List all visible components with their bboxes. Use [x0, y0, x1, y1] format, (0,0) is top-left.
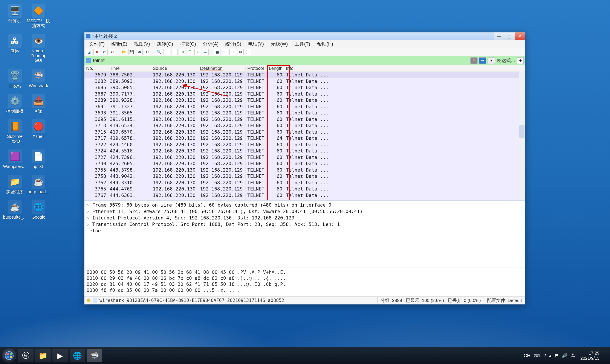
start-button[interactable] [2, 349, 16, 363]
desktop-icon[interactable]: 🖥️计算机 [3, 4, 27, 23]
volume-icon[interactable]: 🔊 [562, 353, 568, 358]
menu-item[interactable]: 编辑(E) [108, 40, 131, 48]
bookmark-icon[interactable] [86, 58, 91, 63]
hex-line[interactable]: 0020 dc 81 04 40 00 17 49 51 03 30 62 f1… [87, 281, 523, 287]
display-filter-input[interactable] [93, 58, 469, 64]
close-file-icon[interactable]: ✖ [136, 49, 143, 55]
menu-item[interactable]: 跳转(G) [153, 40, 177, 48]
minimize-button[interactable]: — [494, 32, 504, 40]
desktop-icon[interactable]: 🔶MSDEV - 快捷方式 [27, 4, 50, 28]
col-info[interactable]: Info [284, 66, 525, 71]
taskbar-chrome-icon[interactable]: 🌐 [70, 349, 85, 362]
menu-item[interactable]: 视图(V) [131, 40, 153, 48]
hex-line[interactable]: 0010 00 29 03 fe 40 00 80 06 bc 7b c0 a8… [87, 275, 523, 281]
packet-row[interactable]: 3713 419.6534… 192.168.220.130 192.168.2… [84, 122, 525, 129]
menu-item[interactable]: 帮助(H) [314, 40, 337, 48]
packet-row[interactable]: 3682 389.5093… 192.168.220.130 192.168.2… [84, 78, 525, 85]
detail-line[interactable]: Transmission Control Protocol, Src Port:… [87, 221, 523, 228]
action-center-icon[interactable]: ⚑ [554, 353, 559, 358]
taskbar-wireshark-icon[interactable]: 🦈 [87, 349, 102, 362]
col-source[interactable]: Source [151, 66, 198, 71]
packet-row[interactable]: 3722 424.4460… 192.168.220.130 192.168.2… [84, 142, 525, 148]
detail-line[interactable]: Telnet [87, 228, 523, 234]
menu-item[interactable]: 工具(T) [291, 40, 314, 48]
apply-filter-button[interactable]: ➔ [479, 57, 486, 64]
titlebar[interactable]: *本地连接 2 — ▢ ✕ [84, 32, 525, 40]
desktop-icon[interactable]: ☕burp-load... [27, 175, 50, 194]
packet-row[interactable]: 3762 444.3310… 192.168.220.130 192.168.2… [84, 180, 525, 186]
packet-row[interactable]: 3689 390.9328… 192.168.220.130 192.168.2… [84, 97, 525, 104]
stop-capture-icon[interactable]: ■ [93, 49, 100, 55]
go-first-icon[interactable]: ⤒ [187, 49, 193, 55]
packet-row[interactable]: 3767 444.6303… 192.168.220.130 192.168.2… [84, 192, 525, 199]
menu-item[interactable]: 电话(Y) [245, 40, 267, 48]
desktop-icon[interactable]: ☕burpsuite_... [3, 200, 27, 220]
menu-item[interactable]: 统计(S) [222, 40, 245, 48]
edit-icon[interactable] [93, 298, 97, 303]
menu-item[interactable]: 分析(A) [199, 40, 222, 48]
ime-indicator[interactable]: CH [524, 353, 530, 358]
zoom-in-icon[interactable]: ⊕ [222, 49, 228, 55]
packet-row[interactable]: 3691 391.1327… 192.168.220.130 192.168.2… [84, 104, 525, 110]
taskbar-ie-icon[interactable]: ⓔ [18, 349, 34, 362]
packet-row[interactable]: 3724 424.5516… 192.168.220.130 192.168.2… [84, 148, 525, 154]
packet-list-scrollbar[interactable] [519, 72, 525, 200]
packet-bytes-pane[interactable]: 0000 00 50 56 20 09 41 00 50 56 2b 68 41… [84, 268, 525, 296]
resize-columns-icon[interactable]: ⋮⋮ [245, 49, 252, 55]
go-to-packet-icon[interactable]: ⇥ [179, 49, 186, 55]
packet-row[interactable]: 3769 444.8021… 192.168.220.130 192.168.2… [84, 198, 525, 200]
col-protocol[interactable]: Protocol [246, 66, 267, 71]
menu-item[interactable]: 捕获(C) [177, 40, 199, 48]
colorize-icon[interactable]: ▦ [214, 49, 220, 55]
packet-row[interactable]: 3693 391.3505… 192.168.220.130 192.168.2… [84, 110, 525, 116]
save-file-icon[interactable]: 💾 [129, 49, 135, 55]
col-time[interactable]: Time [108, 66, 151, 71]
desktop-icon[interactable]: 📁实验程序 [3, 175, 27, 194]
auto-scroll-icon[interactable]: ⇊ [202, 49, 209, 55]
scrollbar-thumb[interactable] [519, 125, 524, 138]
status-profile[interactable]: 配置文件: Default [484, 298, 525, 303]
keyboard-icon[interactable]: ⌨ [533, 353, 540, 358]
detail-line[interactable]: Frame 3679: 60 bytes on wire (480 bits),… [87, 202, 523, 208]
open-file-icon[interactable]: 📂 [121, 49, 127, 55]
reload-icon[interactable]: ↻ [144, 49, 150, 55]
taskbar-explorer-icon[interactable]: 📁 [35, 349, 51, 362]
desktop-icon[interactable]: 🟪Wampserv... [3, 149, 27, 169]
hex-line[interactable]: 0000 00 50 56 20 09 41 00 50 56 2b 68 41… [87, 269, 523, 275]
show-desktop-button[interactable] [605, 350, 608, 361]
desktop-icon[interactable]: 📙Sublime Text3 [3, 119, 27, 143]
close-button[interactable]: ✕ [515, 32, 525, 40]
packet-row[interactable]: 3755 443.3798… 192.168.220.130 192.168.2… [84, 167, 525, 173]
menu-item[interactable]: 无线(W) [267, 40, 291, 48]
detail-line[interactable]: Ethernet II, Src: Vmware_2b:68:41 (00:50… [87, 208, 523, 215]
add-filter-button[interactable]: + [517, 57, 524, 64]
detail-line[interactable]: Internet Protocol Version 4, Src: 192.16… [87, 215, 523, 221]
clock[interactable]: 17:29 2021/9/13 [578, 351, 602, 361]
packet-list-header[interactable]: No. Time Source Destination Protocol Len… [84, 65, 525, 72]
desktop-icon[interactable]: 🦈Wireshark [27, 69, 50, 88]
desktop-icon[interactable]: ⚙️控制面板 [3, 94, 27, 113]
clear-filter-button[interactable]: ✕ [470, 57, 478, 64]
desktop-icon[interactable]: 👁️Nmap - Zenmap GUI [27, 34, 50, 63]
desktop-icon[interactable]: 📄ip.txt [27, 149, 50, 169]
go-back-icon[interactable]: ← [163, 49, 170, 55]
packet-row[interactable]: 3687 390.7177… 192.168.220.130 192.168.2… [84, 91, 525, 97]
packet-row[interactable]: 3758 443.9042… 192.168.220.130 192.168.2… [84, 173, 525, 180]
packet-row[interactable]: 3715 419.6570… 192.168.220.130 192.168.2… [84, 129, 525, 135]
packet-row[interactable]: 3685 390.5085… 192.168.220.130 192.168.2… [84, 84, 525, 91]
restart-capture-icon[interactable]: ⟳ [101, 49, 108, 55]
col-no[interactable]: No. [84, 66, 108, 71]
packet-details-pane[interactable]: Frame 3679: 60 bytes on wire (480 bits),… [84, 201, 525, 268]
menu-item[interactable]: 文件(F) [86, 40, 108, 48]
col-destination[interactable]: Destination [198, 66, 246, 71]
desktop-icon[interactable]: 🌐Google [27, 200, 50, 220]
desktop-icon[interactable]: 📥Xftp [27, 94, 50, 113]
packet-row[interactable]: 3730 425.2605… 192.168.220.130 192.168.2… [84, 160, 525, 167]
packet-row[interactable]: 3679 388.7502… 192.168.220.130 192.168.2… [84, 72, 525, 78]
expert-info-icon[interactable] [87, 299, 91, 302]
tray-chevron-icon[interactable]: ▴ [549, 353, 551, 358]
packet-row[interactable]: 3765 444.4769… 192.168.220.130 192.168.2… [84, 186, 525, 192]
col-length[interactable]: Length [267, 66, 284, 71]
zoom-out-icon[interactable]: ⊖ [229, 49, 236, 55]
go-forward-icon[interactable]: → [171, 49, 178, 55]
